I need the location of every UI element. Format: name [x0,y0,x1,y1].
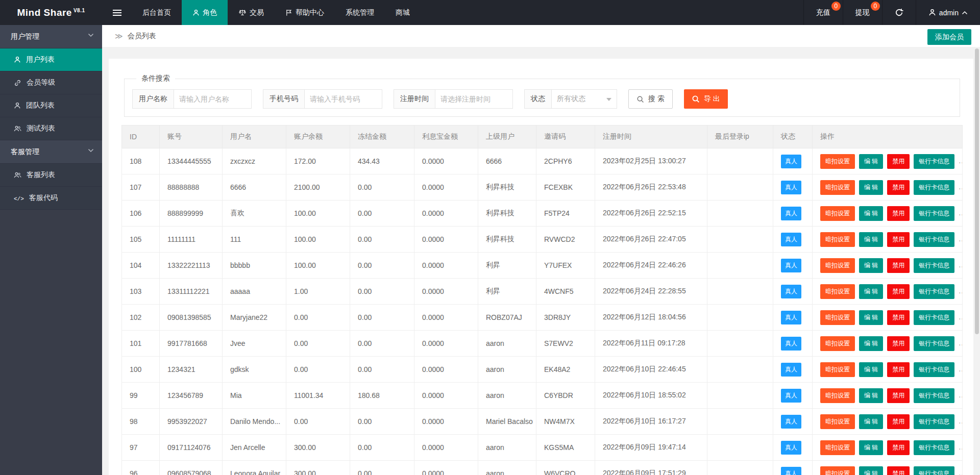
hidden-deduction-settings-button[interactable]: 暗扣设置 [820,206,855,221]
more-actions[interactable]: ... [959,417,962,425]
status-badge[interactable]: 真人 [781,389,801,403]
sidebar-item-团队列表[interactable]: 团队列表 [0,94,102,117]
sidebar-item-会员等级[interactable]: 会员等级 [0,71,102,94]
sidebar-group-客服管理[interactable]: 客服管理 [0,140,102,164]
more-actions[interactable]: ... [959,209,962,217]
disable-button[interactable]: 禁用 [887,154,910,169]
search-field-input-1[interactable] [305,89,382,109]
disable-button[interactable]: 禁用 [887,336,910,351]
search-field-input-0[interactable] [174,89,252,109]
nav-item-商城[interactable]: 商城 [385,0,421,25]
nav-item-后台首页[interactable]: 后台首页 [132,0,182,25]
search-field-input-2[interactable] [435,89,513,109]
withdraw-nav-item[interactable]: 提现 0 [843,0,882,25]
refresh-button[interactable] [882,0,916,25]
hidden-deduction-settings-button[interactable]: 暗扣设置 [820,232,855,247]
recharge-nav-item[interactable]: 充值 0 [803,0,843,25]
more-actions[interactable]: ... [959,235,962,243]
more-actions[interactable]: ... [959,443,962,451]
status-badge[interactable]: 真人 [781,259,801,272]
edit-button[interactable]: 编 辑 [859,232,883,247]
sidebar-group-用户管理[interactable]: 用户管理 [0,25,102,48]
edit-button[interactable]: 编 辑 [859,414,883,429]
disable-button[interactable]: 禁用 [887,440,910,455]
sidebar-item-用户列表[interactable]: 用户列表 [0,48,102,71]
hidden-deduction-settings-button[interactable]: 暗扣设置 [820,258,855,273]
more-actions[interactable]: ... [959,391,962,399]
add-member-button[interactable]: 添加会员 [927,29,971,45]
edit-button[interactable]: 编 辑 [859,362,883,377]
nav-item-帮助中心[interactable]: 帮助中心 [275,0,335,25]
more-actions[interactable]: ... [959,313,962,321]
hidden-deduction-settings-button[interactable]: 暗扣设置 [820,388,855,403]
hidden-deduction-settings-button[interactable]: 暗扣设置 [820,310,855,325]
disable-button[interactable]: 禁用 [887,206,910,221]
disable-button[interactable]: 禁用 [887,284,910,299]
status-badge[interactable]: 真人 [781,441,801,455]
hidden-deduction-settings-button[interactable]: 暗扣设置 [820,440,855,455]
bank-card-info-button[interactable]: 银行卡信息 [914,310,954,325]
hidden-deduction-settings-button[interactable]: 暗扣设置 [820,284,855,299]
hidden-deduction-settings-button[interactable]: 暗扣设置 [820,180,855,195]
edit-button[interactable]: 编 辑 [859,466,883,475]
hidden-deduction-settings-button[interactable]: 暗扣设置 [820,466,855,475]
nav-item-交易[interactable]: 交易 [228,0,275,25]
bank-card-info-button[interactable]: 银行卡信息 [914,284,954,299]
more-actions[interactable]: ... [959,339,962,347]
sidebar-item-客服代码[interactable]: </>客服代码 [0,187,102,210]
nav-item-系统管理[interactable]: 系统管理 [335,0,385,25]
bank-card-info-button[interactable]: 银行卡信息 [914,206,954,221]
disable-button[interactable]: 禁用 [887,180,910,195]
disable-button[interactable]: 禁用 [887,362,910,377]
disable-button[interactable]: 禁用 [887,414,910,429]
bank-card-info-button[interactable]: 银行卡信息 [914,154,954,169]
bank-card-info-button[interactable]: 银行卡信息 [914,362,954,377]
edit-button[interactable]: 编 辑 [859,388,883,403]
hidden-deduction-settings-button[interactable]: 暗扣设置 [820,154,855,169]
user-menu[interactable]: admin [916,0,980,25]
more-actions[interactable]: ... [959,287,962,295]
nav-item-角色[interactable]: 角色 [182,0,228,25]
more-actions[interactable]: ... [959,469,962,475]
edit-button[interactable]: 编 辑 [859,154,883,169]
status-badge[interactable]: 真人 [781,467,801,475]
hidden-deduction-settings-button[interactable]: 暗扣设置 [820,336,855,351]
search-button[interactable]: 搜 索 [628,89,673,109]
more-actions[interactable]: ... [959,365,962,373]
status-badge[interactable]: 真人 [781,311,801,324]
status-select[interactable]: 所有状态 [552,89,617,109]
status-badge[interactable]: 真人 [781,181,801,194]
bank-card-info-button[interactable]: 银行卡信息 [914,440,954,455]
hidden-deduction-settings-button[interactable]: 暗扣设置 [820,362,855,377]
status-badge[interactable]: 真人 [781,207,801,220]
edit-button[interactable]: 编 辑 [859,258,883,273]
status-badge[interactable]: 真人 [781,155,801,168]
bank-card-info-button[interactable]: 银行卡信息 [914,466,954,475]
disable-button[interactable]: 禁用 [887,466,910,475]
edit-button[interactable]: 编 辑 [859,180,883,195]
bank-card-info-button[interactable]: 银行卡信息 [914,336,954,351]
disable-button[interactable]: 禁用 [887,258,910,273]
disable-button[interactable]: 禁用 [887,310,910,325]
bank-card-info-button[interactable]: 银行卡信息 [914,258,954,273]
disable-button[interactable]: 禁用 [887,232,910,247]
bank-card-info-button[interactable]: 银行卡信息 [914,232,954,247]
bank-card-info-button[interactable]: 银行卡信息 [914,414,954,429]
sidebar-collapse-icon[interactable] [102,0,132,25]
bank-card-info-button[interactable]: 银行卡信息 [914,180,954,195]
status-badge[interactable]: 真人 [781,285,801,298]
disable-button[interactable]: 禁用 [887,388,910,403]
status-badge[interactable]: 真人 [781,415,801,429]
bank-card-info-button[interactable]: 银行卡信息 [914,388,954,403]
export-button[interactable]: 导 出 [684,89,728,109]
more-actions[interactable]: ... [959,183,962,191]
status-badge[interactable]: 真人 [781,233,801,246]
more-actions[interactable]: ... [959,157,962,165]
edit-button[interactable]: 编 辑 [859,440,883,455]
edit-button[interactable]: 编 辑 [859,336,883,351]
status-badge[interactable]: 真人 [781,337,801,351]
hidden-deduction-settings-button[interactable]: 暗扣设置 [820,414,855,429]
edit-button[interactable]: 编 辑 [859,310,883,325]
more-actions[interactable]: ... [959,261,962,269]
sidebar-item-客服列表[interactable]: 客服列表 [0,164,102,187]
